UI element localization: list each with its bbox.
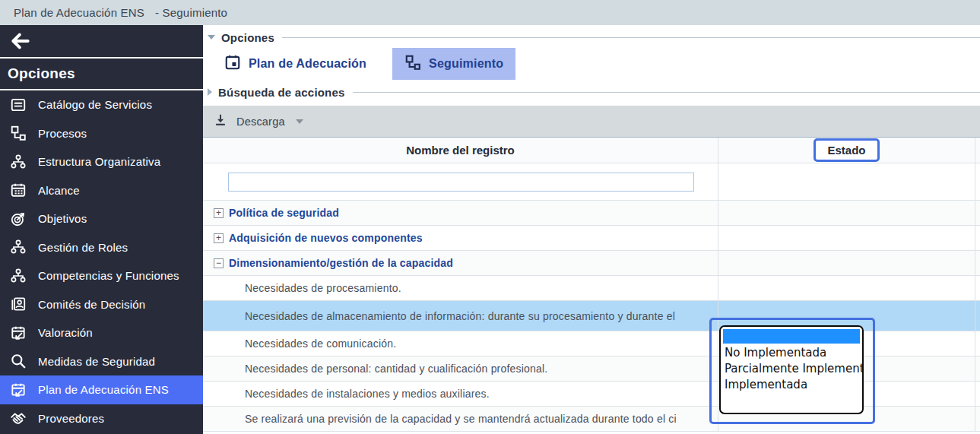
estado-filter-cell [718, 163, 975, 200]
table-row-adquisicion[interactable]: + Adquisición de nuevos componentes [203, 226, 980, 251]
sidebar-item-label: Gestión de Roles [38, 241, 128, 254]
column-header-nombre[interactable]: Nombre del registro [203, 138, 718, 163]
row-label: Adquisición de nuevos componentes [229, 232, 423, 244]
dropdown-option-empty-selected[interactable] [723, 329, 860, 344]
sidebar-item-catalogo-de-servicios[interactable]: Catálogo de Servicios [0, 90, 203, 119]
table-row-politica-de-seguridad[interactable]: + Política de seguridad [203, 201, 980, 226]
download-icon [214, 113, 227, 129]
sidebar-item-gestion-de-roles[interactable]: Gestión de Roles [0, 233, 203, 262]
download-button[interactable]: Descarga [214, 113, 303, 129]
estado-cell[interactable] [718, 226, 975, 250]
window-title-bar: Plan de Adecuación ENS - Seguimiento [0, 0, 980, 25]
dropdown-option-implementada[interactable]: Implementada [723, 377, 860, 393]
sidebar-item-label: Valoración [38, 326, 93, 339]
estado-cell[interactable] [718, 276, 975, 300]
filter-row [203, 163, 980, 201]
sidebar-item-procesos[interactable]: Procesos [0, 119, 203, 148]
sidebar-item-medidas-de-seguridad[interactable]: Medidas de Seguridad [0, 347, 203, 376]
row-label: Necesidades de instalaciones y medios au… [245, 388, 490, 400]
row-label: Política de seguridad [229, 207, 339, 219]
expand-icon [208, 88, 212, 96]
sitemap-icon [9, 124, 27, 142]
estado-cell[interactable] [718, 201, 975, 225]
row-label: Necesidades de personal: cantidad y cual… [245, 363, 547, 375]
estado-cell[interactable] [718, 251, 975, 275]
section-title: Opciones [221, 31, 274, 44]
sitemap-icon [404, 54, 421, 74]
search-icon [9, 352, 27, 370]
page-title: Plan de Adecuación ENS [14, 6, 144, 19]
handshake-icon [9, 409, 27, 427]
sidebar-item-label: Procesos [38, 127, 87, 140]
sidebar-item-estructura-organizativa[interactable]: Estructura Organizativa [0, 147, 203, 176]
document-list-icon [9, 96, 27, 114]
tab-label: Plan de Adecuación [249, 57, 366, 71]
sidebar-header: Opciones [0, 59, 203, 90]
sidebar: Opciones Catálogo de Servicios Procesos … [0, 25, 203, 434]
sidebar-item-label: Medidas de Seguridad [38, 355, 155, 368]
calendar-export-icon [9, 324, 27, 342]
collapse-icon [208, 35, 215, 40]
org-chart-icon [9, 238, 27, 256]
row-label: Se realizará una previsión de la capacid… [245, 413, 677, 425]
sidebar-item-label: Competencias y Funciones [38, 269, 179, 282]
target-icon [9, 210, 27, 228]
row-label: Dimensionamiento/gestión de la capacidad [229, 257, 453, 269]
sidebar-item-label: Catálogo de Servicios [38, 98, 152, 111]
name-filter-input[interactable] [228, 173, 694, 192]
expand-toggle[interactable]: + [214, 208, 224, 218]
back-button[interactable] [0, 25, 203, 59]
section-header-opciones[interactable]: Opciones [203, 29, 980, 46]
download-label: Descarga [236, 116, 285, 128]
arrow-left-icon [9, 32, 32, 50]
column-header-estado[interactable]: Estado [718, 138, 975, 163]
tab-bar: Plan de Adecuación Seguimiento [212, 47, 980, 81]
row-label: Necesidades de comunicación. [245, 337, 396, 350]
collapse-toggle[interactable]: − [214, 258, 224, 268]
org-chart-icon [9, 153, 27, 171]
calendar-icon [9, 181, 27, 199]
table-row-necesidades-procesamiento[interactable]: Necesidades de procesamiento. [203, 276, 980, 301]
sidebar-item-label: Alcance [38, 184, 80, 197]
sidebar-item-label: Objetivos [38, 212, 87, 225]
dropdown-option-parcialmente-implementada[interactable]: Parcialmente Implementada [723, 361, 860, 377]
row-label: Necesidades de almacenamiento de informa… [245, 310, 675, 322]
sidebar-item-label: Estructura Organizativa [38, 155, 160, 168]
sidebar-item-valoracion[interactable]: Valoración [0, 318, 203, 347]
expand-toggle[interactable]: + [214, 233, 224, 243]
section-rule [353, 92, 980, 93]
sidebar-item-comites-de-decision[interactable]: Comités de Decisión [0, 290, 203, 319]
sidebar-item-competencias-y-funciones[interactable]: Competencias y Funciones [0, 261, 203, 290]
table-toolbar: Descarga [203, 106, 980, 138]
id-card-icon [9, 295, 27, 313]
row-label: Necesidades de procesamiento. [245, 282, 401, 294]
tab-label: Seguimiento [429, 57, 503, 71]
section-title: Búsqueda de acciones [218, 86, 345, 99]
sidebar-item-label: Plan de Adecuación ENS [38, 383, 169, 396]
estado-dropdown-list: No Implementada Parcialmente Implementad… [719, 325, 864, 414]
estado-focus-box[interactable]: Estado [813, 138, 879, 162]
table-row-dimensionamiento[interactable]: − Dimensionamiento/gestión de la capacid… [203, 251, 980, 276]
sidebar-item-plan-de-adecuacion-ens[interactable]: Plan de Adecuación ENS [0, 375, 203, 404]
calendar-export-icon [9, 381, 27, 399]
sidebar-item-label: Proveedores [38, 412, 104, 425]
section-rule [282, 37, 980, 38]
sidebar-item-objetivos[interactable]: Objetivos [0, 204, 203, 233]
tab-plan-de-adecuacion[interactable]: Plan de Adecuación [212, 48, 379, 80]
page-subtitle: - Seguimiento [155, 6, 227, 19]
dropdown-option-no-implementada[interactable]: No Implementada [723, 345, 860, 361]
tab-seguimiento[interactable]: Seguimiento [392, 48, 515, 80]
table-header-row: Nombre del registro Estado [203, 138, 980, 163]
header-spacer [975, 138, 980, 163]
sidebar-item-proveedores[interactable]: Proveedores [0, 404, 203, 433]
sidebar-item-alcance[interactable]: Alcance [0, 176, 203, 205]
chevron-down-icon [296, 119, 303, 124]
column-header-label: Nombre del registro [406, 144, 515, 157]
section-header-busqueda-de-acciones[interactable]: Búsqueda de acciones [203, 84, 980, 100]
calendar-icon [224, 54, 241, 74]
sidebar-item-label: Comités de Decisión [38, 298, 145, 311]
org-chart-icon [9, 267, 27, 285]
